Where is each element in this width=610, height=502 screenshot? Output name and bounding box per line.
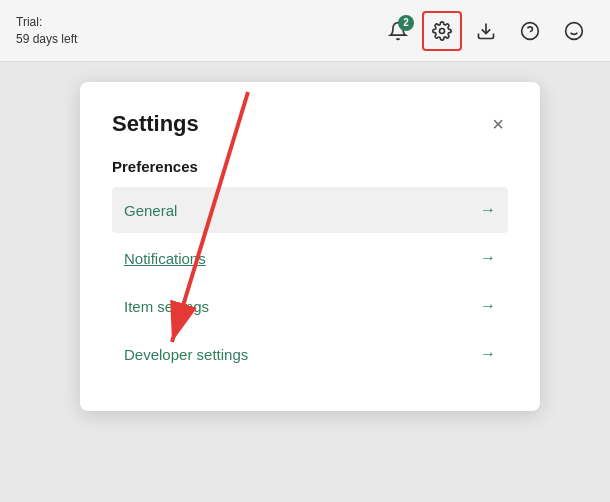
notifications-arrow: → [480, 249, 496, 267]
close-button[interactable]: × [488, 110, 508, 138]
panel-header: Settings × [112, 110, 508, 138]
toolbar: Trial: 59 days left 2 [0, 0, 610, 62]
help-icon [520, 21, 540, 41]
trial-line2: 59 days left [16, 31, 370, 48]
general-arrow: → [480, 201, 496, 219]
download-icon [476, 21, 496, 41]
trial-info: Trial: 59 days left [16, 14, 370, 48]
toolbar-icons: 2 [378, 11, 594, 51]
menu-item-notifications[interactable]: Notifications → [112, 235, 508, 281]
smiley-button[interactable] [554, 11, 594, 51]
trial-line1: Trial: [16, 14, 370, 31]
menu-item-general[interactable]: General → [112, 187, 508, 233]
item-settings-arrow: → [480, 297, 496, 315]
general-label: General [124, 202, 177, 219]
settings-panel: Settings × Preferences General → Notific… [80, 82, 540, 411]
developer-settings-arrow: → [480, 345, 496, 363]
settings-title: Settings [112, 111, 199, 137]
svg-point-0 [440, 28, 445, 33]
item-settings-label: Item settings [124, 298, 209, 315]
help-button[interactable] [510, 11, 550, 51]
gear-icon [432, 21, 452, 41]
notification-badge: 2 [398, 15, 414, 31]
preferences-label: Preferences [112, 158, 508, 175]
smiley-icon [564, 21, 584, 41]
svg-point-4 [566, 22, 583, 39]
download-button[interactable] [466, 11, 506, 51]
menu-item-developer-settings[interactable]: Developer settings → [112, 331, 508, 377]
developer-settings-label: Developer settings [124, 346, 248, 363]
menu-item-item-settings[interactable]: Item settings → [112, 283, 508, 329]
main-area: Settings × Preferences General → Notific… [0, 62, 610, 502]
notifications-label: Notifications [124, 250, 206, 267]
notifications-button[interactable]: 2 [378, 11, 418, 51]
settings-button[interactable] [422, 11, 462, 51]
